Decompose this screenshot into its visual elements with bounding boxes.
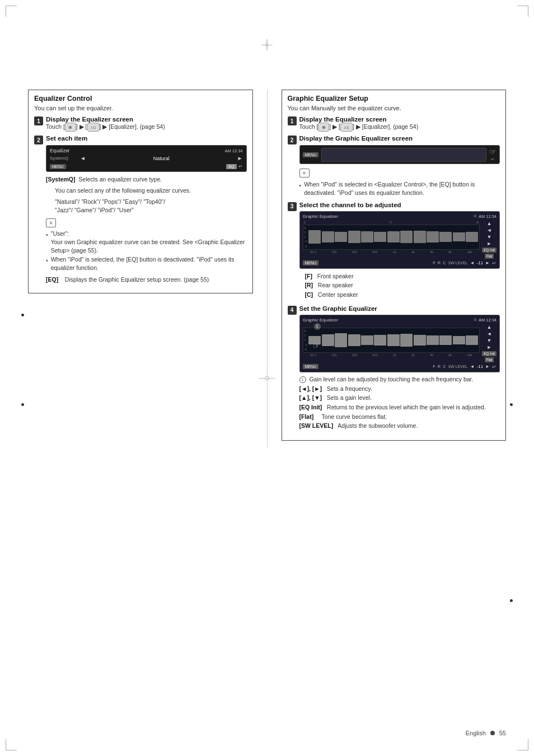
f4-62: 62.5 xyxy=(310,353,316,357)
left-step1-num: 1 xyxy=(34,116,43,125)
left-step2: 2 Set each item Equalizer AM 12:34 Sy xyxy=(34,135,247,284)
graphic-eq-screen-4: Graphic Equalizer ⊙ AM 12:34 1 xyxy=(299,315,500,372)
sw-enter: ↵ xyxy=(492,260,496,266)
right-step3-title: Select the channel to be adjusted xyxy=(299,202,500,208)
right-step4: 4 Set the Graphic Equalizer Graphic Equa… xyxy=(288,305,500,431)
screen-header: Equalizer AM 12:34 xyxy=(50,148,243,153)
eq-bar4-6 xyxy=(374,335,386,346)
ch4-r[interactable]: R xyxy=(438,364,441,369)
f4-125: 125 xyxy=(331,353,336,357)
screen-body: SystemQ ◄ Natural ► xyxy=(50,155,243,161)
eq-screen4-menu[interactable]: MENU xyxy=(303,364,319,369)
clock-icon: ⊙ xyxy=(474,214,477,218)
speaker-f: [F] Front speaker xyxy=(305,272,500,281)
step2-note-icon: ≡ xyxy=(299,169,310,178)
enter-icon: ↵ xyxy=(238,164,243,169)
eq-bar-5 xyxy=(361,231,373,242)
eq-bar-8 xyxy=(400,231,413,242)
eq-screen4-body: 1 6 3 0 -3 -6 xyxy=(303,324,497,362)
f4-500: 500 xyxy=(372,353,377,357)
f4-250: 250 xyxy=(352,353,357,357)
note-ipod: • When "iPod" is selected, the [EQ] butt… xyxy=(46,255,247,272)
left-bullet-dot-1 xyxy=(21,314,24,316)
right-section-title: Graphic Equalizer Setup xyxy=(288,95,500,102)
left-step1-title: Display the Equalizer screen xyxy=(46,116,247,123)
circle-1: 1 xyxy=(299,376,306,383)
eq-bar-11 xyxy=(439,232,452,242)
freq-labels: 62.5 125 250 500 1k 2k 4k 8k xyxy=(303,250,480,254)
left-section-desc: You can set up the equalizer. xyxy=(34,105,247,111)
eq-bar4-12 xyxy=(453,336,465,344)
freq-16k: 16k xyxy=(467,250,472,254)
step2-menu-btn[interactable]: MENU xyxy=(303,152,319,157)
eq-bar4-1 xyxy=(308,336,321,345)
eq-screen3-menu[interactable]: MENU xyxy=(303,260,319,265)
flat-btn-4[interactable]: Flat xyxy=(485,357,494,362)
ch-f[interactable]: F xyxy=(433,260,435,265)
eq-bar4-7 xyxy=(387,334,400,346)
left-btn-4[interactable]: ◄ xyxy=(487,331,492,337)
eq-button[interactable]: EQ xyxy=(226,164,236,169)
footer-dot xyxy=(490,731,495,735)
sw-right-arrow[interactable]: ► xyxy=(485,260,490,265)
flat-btn[interactable]: Flat xyxy=(485,254,494,259)
gain-label-6: 6 xyxy=(304,221,306,224)
up-arrow-btn[interactable]: ▲ xyxy=(487,221,492,226)
freq-4k: 4k xyxy=(430,250,433,254)
note-icon-area: ≡ xyxy=(46,217,247,228)
graphic-eq-step2-screen: MENU ☞ ↵ xyxy=(299,145,500,164)
channel-selector: F R C SW LEVEL ◄ -11 ► ↵ xyxy=(433,260,496,266)
eq-init-btn[interactable]: EQ Init xyxy=(482,248,496,253)
eq-bars-row-4: 6 3 0 -3 -6 xyxy=(303,328,480,353)
gain-label-n6: -6 xyxy=(476,221,479,224)
sw-right-4[interactable]: ► xyxy=(485,364,490,369)
item-gain: 1 Gain level can be adjusted by touching… xyxy=(299,375,500,384)
touch-hand-icon: ☞ xyxy=(489,147,496,156)
yn6: -6 xyxy=(305,245,307,248)
eq-screen3-body: 6 0 -6 xyxy=(303,221,497,259)
note-user-text: "User":Your own Graphic equalizer curve … xyxy=(51,230,247,254)
left-arrow: ◄ xyxy=(80,155,86,161)
corner-mark-tl xyxy=(6,6,17,17)
f4-1k: 1k xyxy=(393,353,396,357)
ch-c[interactable]: C xyxy=(443,260,446,265)
eq-bar4-3 xyxy=(335,333,347,347)
y0: 0 xyxy=(305,235,307,239)
speaker-list: [F] Front speaker [R] Rear speaker [C] C… xyxy=(305,272,500,300)
left-arrow-btn[interactable]: ◄ xyxy=(487,227,492,233)
note-user: • "User":Your own Graphic equalizer curv… xyxy=(46,230,247,254)
right-step4-num: 4 xyxy=(288,306,297,315)
item-sw-level: [SW LEVEL] Adjusts the subwoofer volume. xyxy=(299,422,500,430)
eq-value: Natural xyxy=(88,156,235,161)
freq-8k: 8k xyxy=(448,250,452,254)
down-arrow-btn[interactable]: ▼ xyxy=(487,234,492,240)
curves-list: "Natural"/ "Rock"/ "Pops"/ "Easy"/ "Top4… xyxy=(55,198,247,216)
gain-label-0: 0 xyxy=(390,221,391,224)
sw-left-4[interactable]: ◄ xyxy=(470,364,475,369)
right-step3: 3 Select the channel to be adjusted Grap… xyxy=(288,202,500,302)
eq-screen3-time: AM 12:34 xyxy=(479,214,496,219)
freq-62: 62.5 xyxy=(310,250,316,254)
menu-button[interactable]: MENU xyxy=(50,164,66,169)
right-arrow-btn[interactable]: ► xyxy=(487,241,492,246)
ch4-c[interactable]: C xyxy=(443,364,446,369)
eq-bar4-13 xyxy=(466,335,478,345)
enter-arrow: ↵ xyxy=(491,157,495,162)
right-btn-4[interactable]: ► xyxy=(487,344,492,350)
ch-r[interactable]: R xyxy=(438,260,441,265)
up-btn-4[interactable]: ▲ xyxy=(487,324,492,330)
sw-left-arrow[interactable]: ◄ xyxy=(470,260,475,265)
left-bullet-dot-2 xyxy=(21,403,24,406)
channel-selector-4: F R C SW LEVEL ◄ -11 ► ↵ xyxy=(433,364,496,370)
down-btn-4[interactable]: ▼ xyxy=(487,338,492,343)
item-gain-level: [▲], [▼] Sets a gain level. xyxy=(299,394,500,402)
ch4-f[interactable]: F xyxy=(433,364,435,369)
eq-init-btn-4[interactable]: EQ Init xyxy=(482,351,496,356)
freq-2k: 2k xyxy=(411,250,415,254)
columns-layout: Equalizer Control You can set up the equ… xyxy=(28,90,506,447)
left-step2-num: 2 xyxy=(34,136,43,144)
eq-bar-7 xyxy=(387,231,400,242)
f4-8k: 8k xyxy=(448,353,452,357)
col-right: Graphic Equalizer Setup You can Manually… xyxy=(282,90,507,447)
page-footer: English 55 xyxy=(466,730,506,736)
